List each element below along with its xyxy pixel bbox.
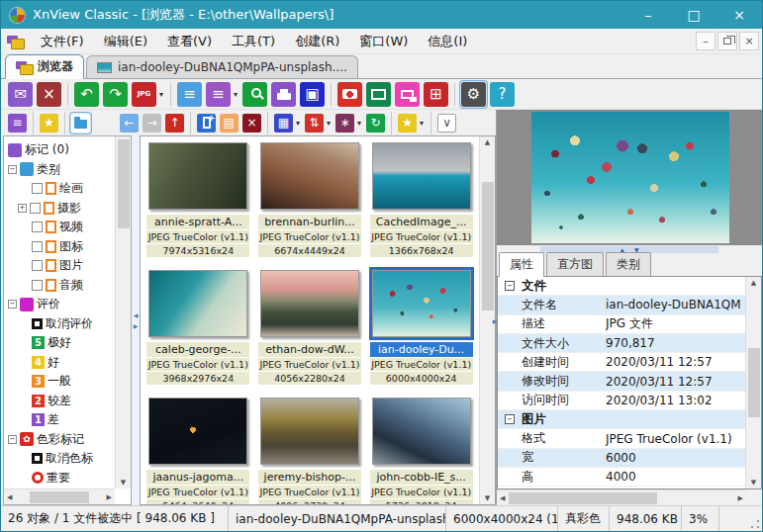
tree-item-7[interactable]: 图片 — [4, 256, 115, 276]
search-button[interactable] — [241, 81, 268, 108]
thumbnail-item-7[interactable]: jaanus-jagoma...JPEG TrueColor (v1.1)546… — [143, 398, 254, 504]
property-group-row[interactable]: −图片 — [498, 410, 745, 429]
thumbnail-item-2[interactable]: brennan-burlin...JPEG TrueColor (v1.1)66… — [254, 142, 366, 270]
dropdown-arrow-icon[interactable]: ▾ — [234, 90, 238, 99]
title-bar[interactable]: XnView Classic - [浏览器 - E:\other\Wallpap… — [1, 1, 762, 29]
info-tab-1[interactable]: 属性 — [499, 252, 544, 277]
scroll-down-icon[interactable]: ▼ — [751, 479, 756, 487]
scroll-right-icon[interactable]: ▶ — [738, 494, 743, 502]
scrollbar-thumb[interactable] — [509, 492, 657, 504]
scrollbar-thumb[interactable] — [118, 139, 130, 228]
menu-item-7[interactable]: 信息(I) — [418, 29, 477, 54]
delete-button[interactable]: × — [241, 113, 262, 133]
refresh-button[interactable]: ↻ — [365, 113, 386, 133]
info-tab-2[interactable]: 直方图 — [546, 252, 604, 276]
preview-image[interactable] — [531, 112, 729, 243]
collapse-right-icon[interactable]: ▶ — [493, 317, 498, 324]
view-mode-button[interactable]: ≡▾ — [205, 81, 239, 108]
tree-item-16[interactable]: −✿色彩标记 — [4, 430, 115, 450]
up-button[interactable]: ↑ — [164, 113, 185, 133]
property-row[interactable]: 格式JPEG TrueColor (v1.1) — [498, 429, 745, 448]
thumbnail-item-1[interactable]: annie-spratt-A...JPEG TrueColor (v1.1)79… — [143, 142, 254, 270]
properties-vertical-scrollbar[interactable]: ▲▼ — [745, 277, 761, 488]
properties-button[interactable]: ≡ — [176, 81, 203, 108]
tab-browser[interactable]: 浏览器 — [5, 54, 84, 79]
info-tab-3[interactable]: 类别 — [606, 252, 651, 276]
property-row[interactable]: 文件大小970,817 — [498, 334, 745, 353]
mdi-close-button[interactable]: × — [739, 32, 759, 50]
mail-button[interactable]: ✉ — [7, 81, 34, 108]
scroll-down-icon[interactable]: ▼ — [485, 494, 490, 502]
dropdown-arrow-icon[interactable]: ▾ — [296, 119, 300, 128]
thumbnail-item-4[interactable]: caleb-george-...JPEG TrueColor (v1.1)396… — [143, 270, 254, 398]
thumbnail-image[interactable] — [148, 398, 247, 465]
rotate-right-button[interactable]: ↷ — [102, 81, 129, 108]
expand-icon[interactable]: + — [18, 204, 27, 213]
thumbnail-item-6[interactable]: ian-dooley-Du...JPEG TrueColor (v1.1)600… — [365, 270, 477, 398]
thumbnail-image[interactable] — [372, 142, 471, 210]
back-button[interactable]: ← — [119, 113, 140, 133]
right-splitter[interactable]: ▶ — [491, 135, 499, 505]
slideshow-button[interactable] — [365, 81, 392, 108]
collapse-icon[interactable]: − — [505, 414, 515, 424]
menu-item-5[interactable]: 创建(R) — [285, 29, 349, 54]
collapse-right-icon[interactable]: ▶ — [134, 322, 139, 329]
property-row[interactable]: 访问时间2020/03/11 13:02 — [498, 392, 745, 410]
tree-item-13[interactable]: 3一般 — [4, 372, 115, 392]
contact-sheet-button[interactable]: ⊞ — [423, 81, 449, 108]
tree-item-8[interactable]: 音频 — [4, 276, 115, 296]
thumbnail-item-5[interactable]: ethan-dow-dW...JPEG TrueColor (v1.1)4056… — [254, 270, 366, 398]
properties-horizontal-scrollbar[interactable]: ◀▶ — [497, 489, 746, 505]
favorites-button[interactable]: ★ — [39, 113, 59, 133]
thumbnail-image[interactable] — [372, 398, 471, 465]
tree-item-18[interactable]: 重要 — [4, 469, 115, 488]
print-button[interactable] — [270, 81, 297, 108]
tree-item-14[interactable]: 2较差 — [4, 392, 115, 411]
new-folder-button[interactable] — [196, 113, 217, 133]
scroll-left-icon[interactable]: ◀ — [500, 494, 505, 502]
checkbox[interactable] — [32, 260, 43, 271]
collapse-icon[interactable]: − — [505, 281, 515, 291]
folder-view-button[interactable] — [70, 113, 91, 133]
collapse-icon[interactable]: − — [8, 435, 17, 444]
tree-item-17[interactable]: 取消色标 — [4, 449, 115, 469]
tree-item-11[interactable]: 5极好 — [4, 333, 115, 353]
property-row[interactable]: 描述JPG 文件 — [498, 315, 745, 334]
tree-item-10[interactable]: 取消评价 — [4, 314, 115, 334]
property-row[interactable]: 高4000 — [498, 468, 745, 487]
jpeg-operations-button[interactable]: JPG▾ — [131, 81, 165, 108]
thumbnail-item-9[interactable]: john-cobb-IE_s...JPEG TrueColor (v1.1)57… — [365, 398, 477, 504]
fullscreen-button[interactable]: × — [36, 81, 62, 108]
browse-folders-button[interactable]: ▤ — [219, 113, 239, 133]
menu-item-6[interactable]: 窗口(W) — [349, 29, 418, 54]
dropdown-arrow-icon[interactable]: ▾ — [159, 90, 163, 99]
left-splitter[interactable]: ◀▶ — [132, 135, 140, 505]
thumbnail-image[interactable] — [148, 270, 247, 337]
tree-item-6[interactable]: 图标 — [4, 237, 115, 257]
thumbnail-image[interactable] — [260, 398, 359, 465]
tab-image[interactable]: ian-dooley-DuBNA1QMpPA-unsplash.... — [86, 55, 358, 78]
menu-item-4[interactable]: 工具(T) — [222, 29, 285, 54]
filter-button[interactable]: ∗▾ — [334, 113, 363, 133]
forward-button[interactable]: → — [142, 113, 162, 133]
close-button[interactable]: × — [716, 1, 762, 29]
property-row[interactable]: 文件名ian-dooley-DuBNA1QM — [498, 296, 745, 314]
dropdown-arrow-icon[interactable]: ▾ — [327, 119, 331, 128]
scrollbar-thumb[interactable] — [748, 348, 760, 417]
tree-item-15[interactable]: 1差 — [4, 410, 115, 430]
checkbox[interactable] — [32, 183, 43, 194]
checkbox[interactable] — [32, 280, 43, 291]
dropdown-arrow-icon[interactable]: ▾ — [357, 119, 361, 128]
scroll-up-icon[interactable]: ▲ — [751, 279, 756, 287]
collapse-left-icon[interactable]: ◀ — [134, 311, 139, 318]
thumbnail-image[interactable] — [372, 270, 471, 337]
property-row[interactable]: 宽6000 — [498, 449, 745, 468]
help-button[interactable]: ? — [489, 81, 516, 108]
menu-item-3[interactable]: 查看(V) — [157, 29, 222, 54]
scroll-right-icon[interactable]: ▶ — [107, 493, 112, 501]
menu-item-1[interactable]: 文件(F) — [31, 29, 94, 54]
tree-item-3[interactable]: 绘画 — [4, 179, 115, 199]
menu-item-2[interactable]: 编辑(E) — [94, 29, 157, 54]
scroll-left-icon[interactable]: ◀ — [7, 493, 12, 501]
thumbnail-image[interactable] — [260, 270, 359, 337]
